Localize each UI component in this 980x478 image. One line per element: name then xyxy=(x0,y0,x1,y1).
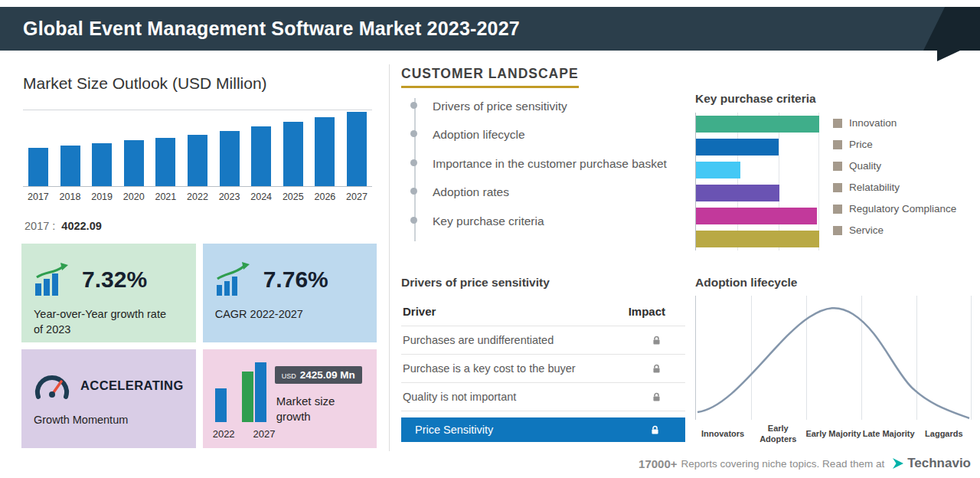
market-bar-column: 2021 xyxy=(155,110,176,202)
year-label: 2024 xyxy=(250,192,272,202)
market-bar-box xyxy=(220,110,240,186)
base-year-amount: 4022.09 xyxy=(61,220,101,232)
market-bar-column: 2023 xyxy=(219,110,240,202)
legend-item: Relatability xyxy=(833,182,956,193)
market-bar-box xyxy=(347,110,367,186)
market-growth-badge: USD 2425.09 Mn xyxy=(275,366,362,384)
page-title: Global Event Management Software Market … xyxy=(23,18,520,40)
market-size-bar xyxy=(92,143,112,186)
legend-swatch-icon xyxy=(833,183,842,192)
market-size-chart: 2017201820192020202120222023202420252026… xyxy=(23,110,372,186)
market-size-bar xyxy=(124,140,144,186)
bar-chart-growth-icon xyxy=(34,262,72,297)
market-size-growth-card: 2022 2027 USD 2425.09 Mn Market size gro… xyxy=(203,349,377,448)
legend-label: Regulatory Compliance xyxy=(849,203,956,214)
cagr-stat-row: 7.76% xyxy=(215,260,364,299)
market-size-growth-label: Market size growth xyxy=(276,394,361,425)
market-bar-column: 2026 xyxy=(314,110,335,202)
year-label: 2027 xyxy=(346,192,368,202)
driver-label: Purchases are undifferentiated xyxy=(403,334,554,346)
year-label: 2020 xyxy=(123,192,145,202)
landscape-item: Importance in the customer purchase bask… xyxy=(416,156,668,172)
legend-label: Relatability xyxy=(849,182,900,193)
market-bar-column: 2020 xyxy=(123,110,145,202)
year-label: 2025 xyxy=(283,192,304,202)
market-size-bar xyxy=(220,131,240,186)
year-label: 2017 xyxy=(28,192,49,202)
chart-axis-line xyxy=(23,186,372,187)
infographic-page: Global Event Management Software Market … xyxy=(0,0,980,478)
price-sensitivity-highlight: Price Sensitivity xyxy=(401,417,685,442)
mini-bar-growth xyxy=(242,372,253,422)
market-bar-box xyxy=(283,110,303,186)
lock-icon xyxy=(649,424,661,436)
market-bar-column: 2019 xyxy=(91,110,113,202)
market-size-bar xyxy=(315,117,335,186)
criteria-bar xyxy=(696,139,779,156)
stage-label: Laggards xyxy=(916,423,972,446)
yoy-growth-card: 7.32% Year-over-Year growth rate of 2023 xyxy=(21,244,196,342)
ps-rows: Purchases are undifferentiatedPurchase i… xyxy=(401,326,685,411)
header-tail-decor xyxy=(937,51,960,61)
impact-column-header: Impact xyxy=(629,305,665,318)
momentum-stat-row: ACCELERATING xyxy=(34,366,184,404)
mini-bar-2027 xyxy=(255,362,266,422)
year-label: 2018 xyxy=(60,192,81,202)
market-bar-box xyxy=(92,110,112,186)
market-size-bar xyxy=(60,146,80,186)
market-size-bar xyxy=(188,135,207,186)
cagr-card: 7.76% CAGR 2022-2027 xyxy=(203,244,377,342)
stage-label: Late Majority xyxy=(861,423,916,446)
year-label: 2021 xyxy=(155,192,176,202)
stat-cards: 7.32% Year-over-Year growth rate of 2023… xyxy=(21,244,377,448)
adoption-stage-labels: InnovatorsEarly AdoptersEarly MajorityLa… xyxy=(695,423,972,446)
driver-label: Purchase is a key cost to the buyer xyxy=(403,362,576,375)
year-label: 2022 xyxy=(187,192,208,202)
highlight-label: Price Sensitivity xyxy=(415,424,493,436)
base-year-label: 2017 : xyxy=(24,220,55,232)
market-bar-column: 2024 xyxy=(250,110,272,202)
customer-landscape-list: Drivers of price sensitivityAdoption lif… xyxy=(414,98,668,241)
yoy-label: Year-over-Year growth rate of 2023 xyxy=(34,307,175,337)
market-bar-column: 2027 xyxy=(346,110,368,202)
criteria-bar xyxy=(696,231,819,247)
criteria-bar xyxy=(696,116,819,133)
speedometer-icon xyxy=(34,369,70,401)
market-size-bar xyxy=(283,122,303,186)
stage-label: Innovators xyxy=(695,423,750,446)
mini-chart-years: 2022 2027 xyxy=(213,428,276,440)
legend-swatch-icon xyxy=(833,119,842,128)
driver-label: Quality is not important xyxy=(403,391,516,403)
mini-bar-2022 xyxy=(215,388,227,422)
legend-label: Price xyxy=(849,139,873,150)
mini-year-start: 2022 xyxy=(213,428,235,440)
reports-count: 17000+ xyxy=(639,457,677,470)
market-size-bar xyxy=(155,138,175,186)
technavio-logo: Technavio xyxy=(892,456,971,471)
market-bar-box xyxy=(124,110,144,186)
technavio-mark-icon xyxy=(892,457,904,470)
momentum-label: Growth Momentum xyxy=(34,413,175,428)
market-bar-column: 2025 xyxy=(283,110,304,202)
yoy-value: 7.32% xyxy=(82,267,147,293)
mini-year-end: 2027 xyxy=(253,428,276,440)
bell-curve xyxy=(696,296,972,420)
market-size-bar xyxy=(251,126,271,186)
price-sensitivity-table: Driver Impact Purchases are undifferenti… xyxy=(401,299,685,442)
key-purchase-criteria-title: Key purchase criteria xyxy=(695,92,816,106)
market-bar-column: 2022 xyxy=(187,110,208,202)
market-bar-column: 2017 xyxy=(28,110,49,202)
lock-icon xyxy=(651,363,662,375)
market-bar-box xyxy=(315,110,335,186)
market-bar-column: 2018 xyxy=(60,110,81,202)
landscape-item: Adoption lifecycle xyxy=(416,126,668,142)
adoption-lifecycle-title: Adoption lifecycle xyxy=(695,276,798,290)
market-bar-box xyxy=(60,110,80,186)
driver-row: Quality is not important xyxy=(401,382,685,411)
stage-label: Early Majority xyxy=(805,423,861,446)
legend-item: Price xyxy=(833,139,956,150)
kpc-legend: InnovationPriceQualityRelatabilityRegula… xyxy=(833,117,956,246)
kpc-chart xyxy=(695,113,819,250)
driver-row: Purchases are undifferentiated xyxy=(401,326,685,354)
lock-icon xyxy=(651,335,662,346)
